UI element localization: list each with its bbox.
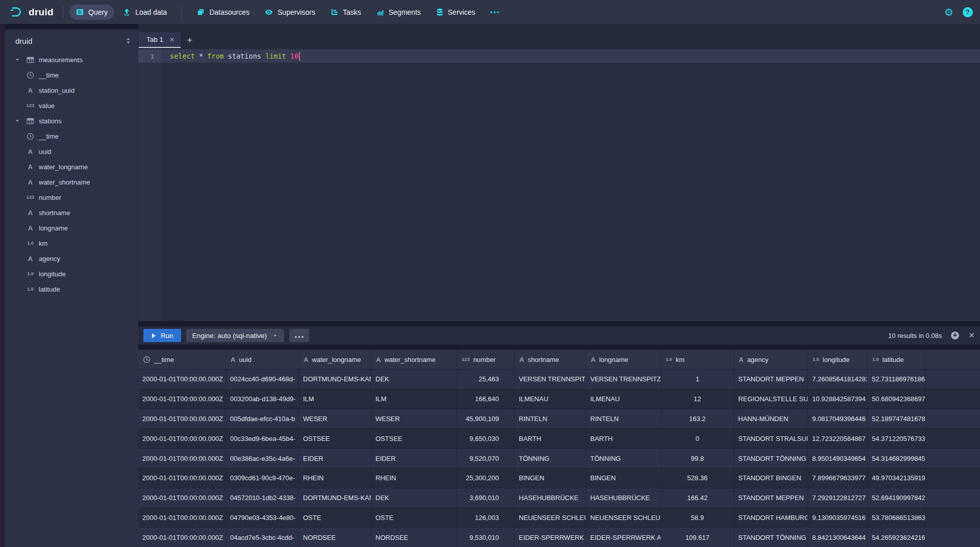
download-results-icon[interactable]	[950, 331, 960, 340]
sidebar-column-uuid[interactable]: Auuid	[5, 144, 138, 159]
cell-water_longname[interactable]: RHEIN	[299, 468, 371, 488]
cell-number[interactable]: 3,690,010	[457, 488, 515, 508]
cell-shortname[interactable]: RINTELN	[515, 409, 586, 429]
cell-uuid[interactable]: 04572010-1db2-4338-	[226, 488, 299, 508]
cell-__time[interactable]: 2000-01-01T00:00:00.000Z	[138, 488, 226, 508]
cell-__time[interactable]: 2000-01-01T00:00:00.000Z	[138, 389, 226, 409]
cell-longitude[interactable]: 8.8421300643644	[808, 528, 868, 547]
cell-number[interactable]: 25,463	[457, 370, 515, 389]
cell-water_shortname[interactable]: OSTSEE	[371, 429, 457, 448]
cell-longitude[interactable]: 9.0817049396446	[808, 409, 868, 429]
cell-longname[interactable]: ILMENAU	[586, 389, 661, 409]
cell-water_shortname[interactable]: DEK	[371, 370, 457, 389]
cell-uuid[interactable]: 0309cd61-90c9-470e-	[226, 468, 299, 488]
cell-km[interactable]: 163.2	[661, 409, 734, 429]
cell-longname[interactable]: RINTELN	[586, 409, 661, 429]
cell-__time[interactable]: 2000-01-01T00:00:00.000Z	[138, 508, 226, 528]
sidebar-table-measurements[interactable]: measurements	[5, 52, 138, 67]
sidebar-column-latitude[interactable]: 1.0latitude	[5, 281, 138, 297]
column-header-number[interactable]: 123number	[457, 350, 515, 369]
cell-longname[interactable]: BINGEN	[586, 468, 661, 488]
cell-number[interactable]: 9,650,030	[457, 429, 515, 448]
cell-number[interactable]: 9,530,010	[457, 528, 515, 547]
cell-water_longname[interactable]: WESER	[299, 409, 371, 429]
column-header-__time[interactable]: __time	[138, 350, 226, 369]
add-tab-button[interactable]: +	[181, 32, 199, 48]
cell-agency[interactable]: STANDORT TÖNNING	[734, 449, 808, 468]
cell-number[interactable]: 166,640	[457, 389, 515, 409]
nav-item-query[interactable]: Query	[69, 5, 114, 20]
cell-agency[interactable]: HANN-MÜNDEN	[734, 409, 808, 429]
cell-shortname[interactable]: BARTH	[515, 429, 586, 448]
column-header-water_shortname[interactable]: Awater_shortname	[371, 350, 457, 369]
cell-uuid[interactable]: 00c33ed9-6bea-45b4-	[226, 429, 299, 448]
cell-shortname[interactable]: HASEHUBBRÜCKE	[515, 488, 586, 508]
cell-longitude[interactable]: 12.723220564867	[808, 429, 868, 448]
cell-__time[interactable]: 2000-01-01T00:00:00.000Z	[138, 429, 226, 448]
column-header-latitude[interactable]: 1.0latitude	[868, 350, 925, 369]
cell-uuid[interactable]: 04790e03-4353-4e80-	[226, 508, 299, 528]
cell-agency[interactable]: STANDORT MEPPEN	[734, 488, 808, 508]
column-header-water_longname[interactable]: Awater_longname	[299, 350, 371, 369]
engine-select-button[interactable]: Engine: auto (sql-native)	[186, 329, 284, 342]
sidebar-column-agency[interactable]: Aagency	[5, 251, 138, 266]
cell-shortname[interactable]: ILMENAU	[515, 389, 586, 409]
cell-__time[interactable]: 2000-01-01T00:00:00.000Z	[138, 449, 226, 468]
nav-item-more[interactable]	[484, 8, 506, 17]
cell-latitude[interactable]: 54.371220576733	[868, 429, 925, 448]
cell-__time[interactable]: 2000-01-01T00:00:00.000Z	[138, 528, 226, 547]
cell-latitude[interactable]: 54.314682999845	[868, 449, 925, 468]
sidebar-column-__time[interactable]: __time	[5, 67, 138, 83]
cell-longname[interactable]: EIDER-SPERRWERK AP	[586, 528, 661, 547]
cell-shortname[interactable]: NEUENSEER SCHLEUSE	[515, 508, 586, 528]
cell-longitude[interactable]: 8.9501490349654	[808, 449, 868, 468]
cell-water_longname[interactable]: EIDER	[299, 449, 371, 468]
cell-longname[interactable]: HASEHUBBRÜCKE	[586, 488, 661, 508]
sidebar-column-station_uuid[interactable]: Astation_uuid	[5, 83, 138, 98]
nav-item-datasources[interactable]: Datasources	[190, 5, 256, 20]
nav-item-load-data[interactable]: Load data	[116, 5, 173, 20]
cell-agency[interactable]: STANDORT BINGEN	[734, 468, 808, 488]
cell-water_longname[interactable]: DORTMUND-EMS-KANAL	[299, 370, 371, 389]
column-header-uuid[interactable]: Auuid	[226, 350, 299, 369]
sidebar-column-water_longname[interactable]: Awater_longname	[5, 159, 138, 174]
sidebar-column-longitude[interactable]: 1.0longitude	[5, 266, 138, 281]
cell-agency[interactable]: STANDORT HAMBURG	[734, 508, 808, 528]
cell-uuid[interactable]: 00e386ac-e35c-4a6e-	[226, 449, 299, 468]
cell-shortname[interactable]: BINGEN	[515, 468, 586, 488]
cell-agency[interactable]: REGIONALSTELLE SUHL	[734, 389, 808, 409]
cell-longitude[interactable]: 9.1309035974516	[808, 508, 868, 528]
cell-water_shortname[interactable]: DEK	[371, 488, 457, 508]
nav-item-tasks[interactable]: Tasks	[324, 5, 368, 20]
cell-longitude[interactable]: 7.26085641814281	[808, 370, 868, 389]
cell-longitude[interactable]: 7.2929122812727	[808, 488, 868, 508]
sidebar-column-__time[interactable]: __time	[5, 128, 138, 144]
cell-number[interactable]: 9,520,070	[457, 449, 515, 468]
cell-uuid[interactable]: 003200ab-d138-49d9-	[226, 389, 299, 409]
cell-water_longname[interactable]: OSTSEE	[299, 429, 371, 448]
column-header-km[interactable]: 1.0km	[661, 350, 734, 369]
cell-agency[interactable]: STANDORT MEPPEN	[734, 370, 808, 389]
sql-editor[interactable]: 1 select * from stations limit 10	[138, 48, 980, 321]
cell-km[interactable]: 166.42	[661, 488, 734, 508]
cell-water_shortname[interactable]: NORDSEE	[371, 528, 457, 547]
query-more-button[interactable]	[289, 329, 309, 342]
help-icon[interactable]: ?	[963, 7, 973, 17]
cell-water_shortname[interactable]: WESER	[371, 409, 457, 429]
cell-latitude[interactable]: 50.680942368697	[868, 389, 925, 409]
cell-longname[interactable]: VERSEN TRENNSPITZE	[586, 370, 661, 389]
cell-km[interactable]: 528.36	[661, 468, 734, 488]
cell-latitude[interactable]: 52.731186976186	[868, 370, 925, 389]
cell-__time[interactable]: 2000-01-01T00:00:00.000Z	[138, 468, 226, 488]
settings-gear-icon[interactable]: ⚙	[944, 7, 953, 17]
cell-latitude[interactable]: 54.265923624216	[868, 528, 925, 547]
cell-agency[interactable]: STANDORT TÖNNING	[734, 528, 808, 547]
cell-number[interactable]: 126,003	[457, 508, 515, 528]
cell-number[interactable]: 45,900,109	[457, 409, 515, 429]
druid-logo[interactable]: druid	[7, 6, 57, 18]
cell-uuid[interactable]: 04acd7e5-3cbc-4cdd-	[226, 528, 299, 547]
cell-longname[interactable]: NEUENSEER SCHLEUSE	[586, 508, 661, 528]
cell-km[interactable]: 99.8	[661, 449, 734, 468]
cell-km[interactable]: 1	[661, 370, 734, 389]
sidebar-table-stations[interactable]: stations	[5, 113, 138, 128]
